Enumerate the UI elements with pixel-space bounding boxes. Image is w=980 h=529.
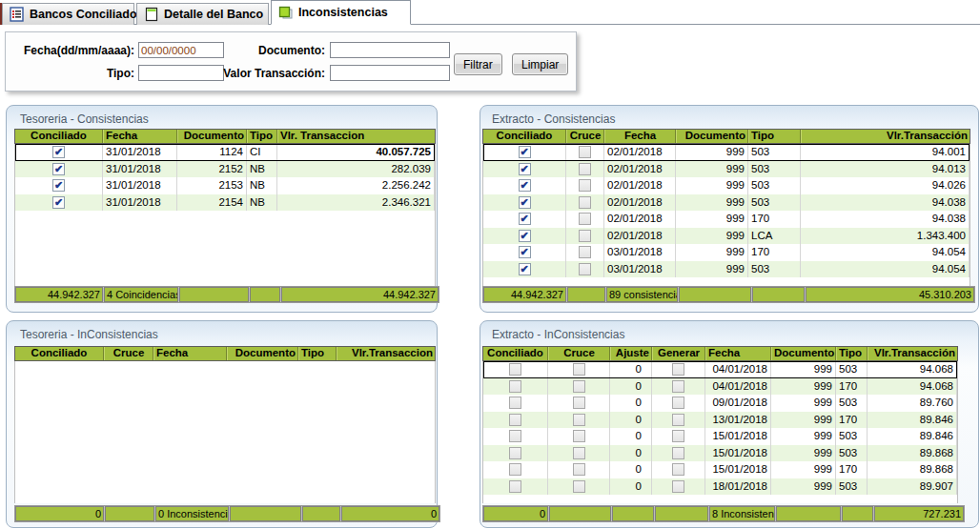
checkbox-unchecked[interactable] — [579, 213, 591, 225]
checkbox-unchecked[interactable] — [573, 463, 585, 476]
table-row[interactable]: 009/01/201899950389.760 — [483, 395, 957, 412]
table-row[interactable]: ✔02/01/201899950394.013 — [483, 161, 970, 178]
table-row[interactable]: 018/01/201899950389.907 — [483, 478, 957, 496]
checkbox-checked[interactable]: ✔ — [519, 179, 531, 192]
checkbox-unchecked[interactable] — [573, 380, 585, 393]
checkbox-unchecked[interactable] — [672, 397, 684, 409]
checkbox-unchecked[interactable] — [509, 447, 521, 459]
column-header-documento[interactable]: Documento — [227, 347, 298, 360]
column-header-tipo[interactable]: Tipo — [247, 130, 277, 143]
table-row[interactable]: ✔31/01/20182154NB2.346.321 — [15, 194, 435, 212]
column-header-fecha[interactable]: Fecha — [705, 347, 771, 360]
checkbox-unchecked[interactable] — [573, 363, 585, 376]
documento-input[interactable] — [330, 42, 450, 58]
checkbox-checked[interactable]: ✔ — [519, 213, 531, 225]
table-row[interactable]: ✔31/01/20182153NB2.256.242 — [15, 177, 435, 194]
column-header-fecha[interactable]: Fecha — [604, 130, 676, 143]
table-row[interactable]: 004/01/201899950394.068 — [483, 361, 957, 378]
checkbox-unchecked[interactable] — [579, 179, 591, 192]
column-header-fecha[interactable]: Fecha — [153, 347, 227, 360]
checkbox-unchecked[interactable] — [509, 480, 521, 493]
tab-bancos-conciliados[interactable]: Bancos Conciliados — [2, 3, 134, 25]
checkbox-unchecked[interactable] — [573, 430, 585, 442]
tab-detalle-del-banco[interactable]: Detalle del Banco — [136, 3, 269, 25]
checkbox-checked[interactable]: ✔ — [519, 146, 531, 158]
column-header-vlr[interactable]: Vlr.Transacción — [868, 347, 957, 360]
column-header-documento[interactable]: Documento — [676, 130, 748, 143]
column-header-conciliado[interactable]: Conciliado — [15, 130, 103, 143]
checkbox-unchecked[interactable] — [579, 230, 591, 242]
table-row[interactable]: 015/01/201899950389.846 — [483, 428, 957, 445]
table-row[interactable]: ✔02/01/2018999LCA1.343.400 — [483, 228, 970, 245]
column-header-conciliado[interactable]: Conciliado — [15, 347, 104, 360]
column-header-cruce[interactable]: Cruce — [548, 347, 610, 360]
checkbox-unchecked[interactable] — [509, 414, 521, 426]
checkbox-unchecked[interactable] — [672, 380, 684, 393]
table-row[interactable]: ✔02/01/201899950394.038 — [483, 194, 970, 212]
checkbox-checked[interactable]: ✔ — [52, 179, 65, 192]
checkbox-checked[interactable]: ✔ — [519, 163, 531, 175]
column-header-cruce[interactable]: Cruce — [104, 347, 153, 360]
checkbox-checked[interactable]: ✔ — [519, 263, 531, 275]
checkbox-unchecked[interactable] — [579, 163, 591, 175]
table-row[interactable]: 015/01/201899917089.868 — [483, 461, 957, 478]
table-row[interactable]: ✔03/01/201899950394.054 — [483, 261, 970, 278]
cell-conciliado — [483, 428, 548, 445]
table-row[interactable]: ✔02/01/201899950394.001 — [483, 144, 970, 161]
column-header-tipo[interactable]: Tipo — [748, 130, 801, 143]
column-header-conciliado[interactable]: Conciliado — [483, 347, 548, 360]
checkbox-unchecked[interactable] — [573, 397, 585, 409]
checkbox-unchecked[interactable] — [573, 447, 585, 459]
table-row[interactable]: ✔03/01/201899917094.054 — [483, 244, 970, 261]
column-header-vlr[interactable]: Vlr. Transaccion — [277, 130, 435, 143]
table-row[interactable]: 015/01/201899950389.868 — [483, 445, 957, 462]
checkbox-unchecked[interactable] — [672, 463, 684, 476]
filtrar-button[interactable]: Filtrar — [454, 53, 502, 75]
checkbox-unchecked[interactable] — [672, 414, 684, 426]
table-row[interactable]: 004/01/201899917094.068 — [483, 378, 957, 396]
checkbox-unchecked[interactable] — [509, 397, 521, 409]
checkbox-checked[interactable]: ✔ — [52, 196, 65, 209]
column-header-documento[interactable]: Documento — [771, 347, 836, 360]
grid-footer: 44.942.3274 Coincidencias44.942.327 — [14, 286, 439, 303]
checkbox-unchecked[interactable] — [509, 363, 521, 376]
checkbox-checked[interactable]: ✔ — [52, 163, 65, 175]
column-header-vlr[interactable]: Vlr.Transaccion — [337, 347, 435, 360]
column-header-tipo[interactable]: Tipo — [836, 347, 868, 360]
tab-inconsistencias[interactable]: Inconsistencias — [271, 0, 411, 25]
column-header-generar[interactable]: Generar — [652, 347, 705, 360]
table-row[interactable]: ✔31/01/20182152NB282.039 — [15, 161, 435, 178]
checkbox-checked[interactable]: ✔ — [519, 196, 531, 209]
checkbox-unchecked[interactable] — [579, 263, 591, 275]
column-header-ajuste[interactable]: Ajuste — [610, 347, 652, 360]
checkbox-checked[interactable]: ✔ — [52, 146, 65, 158]
column-header-documento[interactable]: Documento — [177, 130, 247, 143]
checkbox-unchecked[interactable] — [573, 414, 585, 426]
checkbox-unchecked[interactable] — [579, 196, 591, 209]
table-row[interactable]: ✔02/01/201899917094.038 — [483, 211, 970, 228]
column-header-conciliado[interactable]: Conciliado — [483, 130, 566, 143]
checkbox-checked[interactable]: ✔ — [519, 246, 531, 258]
limpiar-button[interactable]: Limpiar — [512, 53, 568, 75]
column-header-cruce[interactable]: Cruce — [566, 130, 604, 143]
table-row[interactable]: 013/01/201899917089.846 — [483, 412, 957, 429]
column-header-fecha[interactable]: Fecha — [103, 130, 177, 143]
valor-transaccion-input[interactable] — [330, 65, 450, 81]
column-header-tipo[interactable]: Tipo — [298, 347, 337, 360]
checkbox-unchecked[interactable] — [672, 480, 684, 493]
checkbox-unchecked[interactable] — [509, 463, 521, 476]
cell-fecha: 18/01/2018 — [705, 478, 771, 496]
checkbox-unchecked[interactable] — [579, 146, 591, 158]
checkbox-unchecked[interactable] — [573, 480, 585, 493]
table-row[interactable]: ✔31/01/20181124CI40.057.725 — [15, 144, 435, 161]
column-header-vlr[interactable]: Vlr.Transacción — [801, 130, 970, 143]
checkbox-unchecked[interactable] — [579, 246, 591, 258]
table-row[interactable]: ✔02/01/201899950394.026 — [483, 177, 970, 194]
checkbox-unchecked[interactable] — [672, 363, 684, 376]
checkbox-unchecked[interactable] — [672, 430, 684, 442]
checkbox-checked[interactable]: ✔ — [519, 230, 531, 242]
checkbox-unchecked[interactable] — [509, 380, 521, 393]
checkbox-unchecked[interactable] — [672, 447, 684, 459]
checkbox-unchecked[interactable] — [509, 430, 521, 442]
cell-vlr: 94.013 — [801, 161, 970, 178]
